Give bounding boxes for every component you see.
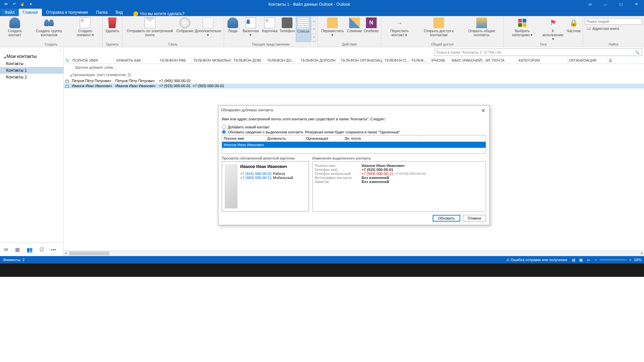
new-item-row[interactable]: Щелчок добавит элем...: [64, 64, 644, 71]
card-icon: 📇: [64, 84, 70, 88]
view-mode-buttons[interactable]: ▤▦▭: [570, 258, 592, 262]
find-people-input[interactable]: [585, 18, 642, 25]
column-header[interactable]: ТЕЛЕФОН ОРГАНИЗАЦ...: [339, 57, 383, 64]
mail-merge-button[interactable]: Слияние: [346, 17, 363, 42]
column-headers[interactable]: 📎ПОЛНОЕ ИМЯХРАНИТЬ КАКТЕЛЕФОН РАБ.ТЕЛЕФО…: [64, 57, 644, 64]
nav-item-contacts[interactable]: Контакты: [0, 60, 63, 67]
nav-item-contacts1[interactable]: Контакты 1: [0, 67, 63, 74]
nav-item-contacts2[interactable]: Контакты 2: [0, 74, 63, 80]
move-button[interactable]: Переместить ▾: [319, 17, 346, 42]
view-card-button[interactable]: Карточка: [261, 17, 278, 42]
zoom-level: 10%: [634, 258, 641, 262]
column-header[interactable]: ТЕЛЕФОН ДОМ.: [232, 57, 266, 64]
qat-customize-icon[interactable]: ▾: [27, 1, 35, 8]
changes-panel: Полное имя:Иванов Иван Иванович Телефон …: [312, 161, 486, 212]
column-header[interactable]: IPHONE: [430, 57, 450, 64]
minimize-icon[interactable]: —: [598, 0, 613, 8]
tab-home[interactable]: Главная: [19, 9, 42, 16]
qat-touch-icon[interactable]: ☝: [19, 1, 26, 8]
tab-folder[interactable]: Папка: [92, 9, 112, 16]
address-book-button[interactable]: 📖Адресная книга: [585, 25, 621, 31]
cancel-button[interactable]: Отмена: [463, 215, 486, 222]
close-icon[interactable]: ✕: [629, 0, 644, 8]
dialog-message: Имя или адрес электронной почты этого ко…: [222, 117, 486, 121]
more-button[interactable]: Дополнительно ▾: [194, 17, 222, 42]
share-contacts-button[interactable]: Открыть доступ к контактам: [416, 17, 461, 42]
title-bar: ✉ ↶ ☝ ▾ Контакты 1 - Файл данных Outlook…: [0, 0, 644, 8]
column-header[interactable]: КАТЕГОРИИ: [517, 57, 568, 64]
radio-add-new[interactable]: Добавить новый контакт: [222, 124, 486, 129]
ribbon-tabs: Файл Главная Отправка и получение Папка …: [0, 8, 644, 16]
qat-undo-icon[interactable]: ↶: [10, 1, 18, 8]
ribbon-display-icon[interactable]: ▭: [582, 0, 598, 8]
status-bar: Элементы: 2 ⚠ Ошибка отправки или получе…: [0, 256, 644, 263]
onenote-button[interactable]: NOneNote: [363, 17, 380, 42]
tell-me[interactable]: Что вы хотите сделать?: [127, 11, 184, 16]
radio-update[interactable]: Обновить сведения о выделенном контакте.…: [222, 129, 486, 134]
new-contact-button[interactable]: Создать контакт: [1, 17, 29, 42]
contact-row[interactable]: 📇 Петров Пётр Петрович Петров Пётр Петро…: [64, 78, 644, 83]
horizontal-scrollbar[interactable]: [64, 250, 644, 256]
search-icon: 🔍: [635, 50, 640, 55]
dialog-title: Обнаружен дубликат контакта: [221, 108, 273, 113]
open-shared-button[interactable]: Открыть общие контакты: [461, 17, 502, 42]
dialog-close-icon[interactable]: ✕: [480, 108, 487, 113]
view-gallery-control[interactable]: ▴▾▾: [312, 17, 316, 42]
view-phone-button[interactable]: Телефон: [278, 17, 296, 42]
ribbon: Создать контакт Создать группу контактов…: [0, 16, 644, 47]
column-header[interactable]: ОРГАНИЗАЦИЯ: [568, 57, 608, 64]
tab-view[interactable]: Вид: [112, 9, 127, 16]
view-list-button[interactable]: Список: [296, 17, 311, 42]
column-header[interactable]: ТЕЛЕФОН ДО...: [266, 57, 299, 64]
grid-row-selected[interactable]: Иванов Иван Иванович: [222, 142, 486, 148]
column-header[interactable]: ТЕЛЕФОН О...: [383, 57, 410, 64]
update-button[interactable]: Обновить: [433, 215, 460, 222]
qat-sendreceive-icon[interactable]: ✉: [2, 1, 9, 8]
column-header[interactable]: ХРАНИТЬ КАК: [115, 57, 158, 64]
view-bizcard-button[interactable]: Визитная ▾: [240, 17, 261, 42]
window-title: Контакты 1 - Файл данных Outlook - Outlo…: [37, 2, 582, 7]
column-header[interactable]: ТЕЛЕФ...: [410, 57, 430, 64]
email-button[interactable]: Отправить по электронной почте: [124, 17, 176, 42]
taskbar[interactable]: [0, 263, 644, 277]
maximize-icon[interactable]: ▢: [613, 0, 629, 8]
delete-button[interactable]: Удалить: [104, 17, 121, 42]
tab-file[interactable]: Файл: [1, 9, 19, 16]
more-nav-icon[interactable]: •••: [51, 247, 56, 252]
column-header[interactable]: ТЕЛЕФОН МОБИЛЬН...: [192, 57, 232, 64]
forward-contact-button[interactable]: Переслать контакт ▾: [383, 17, 416, 42]
categorize-button[interactable]: Выбрать категорию ▾: [505, 17, 540, 42]
book-icon: 📖: [586, 26, 591, 31]
mail-icon[interactable]: ✉: [4, 247, 8, 253]
private-button[interactable]: 🔒Частное: [566, 17, 581, 42]
zoom-slider[interactable]: [600, 259, 627, 260]
view-people-button[interactable]: Люди: [225, 17, 240, 42]
my-contacts-header[interactable]: Мои контакты: [0, 52, 63, 60]
follow-up-button[interactable]: ⚑К исполнению ▾: [540, 17, 566, 42]
column-header[interactable]: ПОЛНОЕ ИМЯ: [71, 57, 115, 64]
zoom-out[interactable]: −: [595, 258, 597, 262]
column-header[interactable]: ЭЛ. ПОЧТА: [484, 57, 517, 64]
tasks-icon[interactable]: ☑: [40, 247, 44, 253]
contact-row[interactable]: 📇 Иванов Иван Иванович Иванов Иван Ивано…: [64, 83, 644, 88]
business-card-preview: Иванов Иван Иванович +7 (915) 000-00-01 …: [222, 161, 309, 212]
changes-title: Изменения выделенного контакта: [312, 154, 486, 161]
card-icon: 📇: [64, 79, 70, 83]
collapse-pane-icon[interactable]: ‹: [0, 47, 63, 52]
group-header[interactable]: Организация: (нет) (элементов: 2): [64, 71, 644, 78]
search-input[interactable]: Поиск в папке "Контакты 1" (CTRL+Э) 🔍: [434, 49, 642, 56]
photo-placeholder: [225, 164, 237, 208]
column-header[interactable]: Д: [608, 57, 614, 64]
new-contact-group-button[interactable]: Создать группу контактов: [29, 17, 70, 42]
people-icon[interactable]: 👥: [26, 247, 33, 253]
column-header[interactable]: ТЕЛЕФОН РАБ.: [158, 57, 192, 64]
zoom-in[interactable]: +: [629, 258, 631, 262]
lightbulb-icon: [133, 11, 138, 16]
column-header[interactable]: ФАКС (РАБОЧИЙ): [450, 57, 484, 64]
calendar-icon[interactable]: ▦: [15, 247, 20, 253]
send-error[interactable]: ⚠ Ошибка отправки или получения: [506, 258, 567, 262]
new-items-button[interactable]: Создать элемент ▾: [70, 17, 101, 42]
column-header[interactable]: ТЕЛЕФОН ДОПОЛН.: [299, 57, 339, 64]
meeting-button[interactable]: Собрание: [176, 17, 194, 42]
tab-sendreceive[interactable]: Отправка и получение: [42, 9, 92, 16]
